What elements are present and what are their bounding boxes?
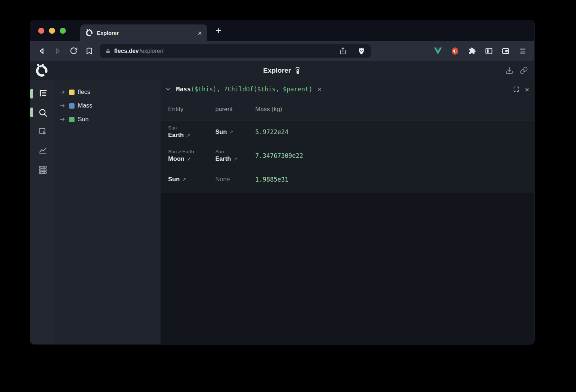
external-link-icon: ↗ xyxy=(186,132,190,138)
browser-window: Explorer × + flecs.dev xyxy=(30,20,535,345)
brave-shield-icon[interactable] xyxy=(357,47,366,55)
entity-color-swatch xyxy=(69,103,75,109)
table-row: Sun Earth ↗ Sun ↗ xyxy=(161,120,534,144)
sidebar-tree-button[interactable] xyxy=(37,87,49,100)
column-parent: parent xyxy=(215,106,255,113)
chevron-down-icon[interactable] xyxy=(165,86,171,92)
query-term-mass: Mass xyxy=(176,86,191,93)
entity-path: Sun xyxy=(168,125,215,131)
sidebar-inspect-button[interactable] xyxy=(37,126,49,138)
vue-devtools-icon[interactable] xyxy=(433,46,442,55)
expand-arrow-icon[interactable] xyxy=(60,104,66,108)
table-row: Sun > Earth Moon ↗ Sun Earth ↗ xyxy=(161,144,534,168)
mass-value: 1.9885e31 xyxy=(255,176,534,183)
entity-color-swatch xyxy=(69,90,75,95)
tab-explorer[interactable]: Explorer × xyxy=(80,24,207,41)
tree-item-label: Mass xyxy=(78,102,93,109)
parent-none: None xyxy=(215,176,230,183)
query-term-childof: ?ChildOf($this, $parent) xyxy=(224,86,312,93)
minimize-window-button[interactable] xyxy=(49,28,55,34)
page-body: flecs Mass Sun xyxy=(30,80,534,344)
extensions-puzzle-icon[interactable] xyxy=(467,46,476,55)
active-indicator-search xyxy=(30,108,33,117)
flecs-logo-icon[interactable] xyxy=(35,64,49,77)
sidebar-memory-button[interactable] xyxy=(37,164,49,176)
sidebar-icon-rail xyxy=(30,80,55,344)
url-path: /explorer/ xyxy=(139,48,163,54)
fullscreen-icon[interactable] xyxy=(513,86,519,92)
query-separator: , xyxy=(217,86,224,93)
tree-item-label: Sun xyxy=(78,116,89,123)
bookmark-icon[interactable] xyxy=(84,46,94,56)
panel-close-icon[interactable]: × xyxy=(525,86,529,93)
explorer-header: Explorer xyxy=(30,61,534,80)
query-clear-icon[interactable]: × xyxy=(318,86,322,93)
divider xyxy=(352,47,352,55)
external-link-icon: ↗ xyxy=(229,129,233,135)
expand-arrow-icon[interactable] xyxy=(60,117,66,122)
entity-color-swatch xyxy=(69,117,75,122)
sidebar-toggle-icon[interactable] xyxy=(484,46,493,55)
tree-item-label: flecs xyxy=(78,88,90,96)
back-button[interactable] xyxy=(37,46,47,56)
external-link-icon: ↗ xyxy=(233,156,237,162)
traffic-lights xyxy=(30,20,66,41)
mass-value: 7.34767309e22 xyxy=(255,152,534,159)
flecs-favicon-icon xyxy=(85,29,93,37)
parent-link[interactable]: Sun xyxy=(215,128,227,136)
close-window-button[interactable] xyxy=(38,28,44,34)
expand-arrow-icon[interactable] xyxy=(60,90,66,94)
page-title: Explorer xyxy=(263,67,291,74)
sidebar-stats-button[interactable] xyxy=(37,145,49,157)
query-expression[interactable]: Mass($this), ?ChildOf($this, $parent) xyxy=(176,86,312,93)
extension-icons xyxy=(433,46,527,55)
url-bar[interactable]: flecs.dev /explorer/ xyxy=(100,44,371,58)
query-term-args: ($this) xyxy=(191,86,217,93)
results-empty-area xyxy=(161,192,534,344)
external-link-icon: ↗ xyxy=(182,177,186,182)
url-domain: flecs.dev xyxy=(114,48,139,54)
forward-button[interactable] xyxy=(53,46,63,56)
sidebar-search-button[interactable] xyxy=(37,106,49,119)
column-mass: Mass (kg) xyxy=(255,106,534,113)
entity-tree-panel: flecs Mass Sun xyxy=(55,80,161,344)
parent-path: Sun xyxy=(215,149,255,154)
entity-link[interactable]: Sun xyxy=(168,176,180,183)
entity-link[interactable]: Earth xyxy=(168,132,184,139)
parent-link[interactable]: Earth xyxy=(215,155,231,163)
screen: Explorer × + flecs.dev xyxy=(0,0,576,392)
share-icon[interactable] xyxy=(339,47,347,55)
entity-link[interactable]: Moon xyxy=(168,155,184,163)
query-bar: Mass($this), ?ChildOf($this, $parent) × … xyxy=(161,80,534,98)
wallet-icon[interactable] xyxy=(501,46,510,55)
tab-title: Explorer xyxy=(97,30,194,36)
table-row: Sun ↗ None 1.9885e31 xyxy=(161,168,534,192)
reload-button[interactable] xyxy=(68,46,78,56)
table-rows: Sun Earth ↗ Sun ↗ xyxy=(161,120,534,192)
query-panel: Mass($this), ?ChildOf($this, $parent) × … xyxy=(161,80,534,344)
external-link-icon: ↗ xyxy=(186,156,191,162)
tab-close-icon[interactable]: × xyxy=(198,29,202,37)
active-indicator-tree xyxy=(30,89,33,99)
maximize-window-button[interactable] xyxy=(60,28,66,34)
menu-icon[interactable] xyxy=(518,46,527,55)
download-icon[interactable] xyxy=(505,67,513,74)
navigation-bar: flecs.dev /explorer/ xyxy=(30,41,534,61)
tree-item-flecs[interactable]: flecs xyxy=(55,85,161,99)
link-icon[interactable] xyxy=(520,67,528,74)
entity-path: Sun > Earth xyxy=(168,149,215,154)
tab-bar: Explorer × + xyxy=(30,20,534,41)
remote-connection-icon[interactable] xyxy=(294,67,301,74)
tree-item-mass[interactable]: Mass xyxy=(55,99,161,113)
table-header: Entity parent Mass (kg) xyxy=(161,98,534,120)
new-tab-button[interactable]: + xyxy=(216,26,221,36)
hexagon-extension-icon[interactable] xyxy=(450,46,459,55)
lock-icon xyxy=(105,48,111,54)
mass-value: 5.9722e24 xyxy=(255,128,534,136)
tree-item-sun[interactable]: Sun xyxy=(55,113,161,126)
column-entity: Entity xyxy=(168,106,215,113)
